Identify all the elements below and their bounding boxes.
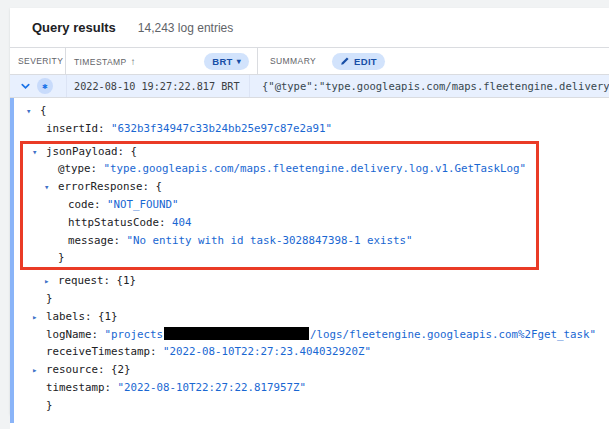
json-line: httpStatusCode: 404 (10, 214, 609, 232)
json-line[interactable]: ▾{ (10, 102, 609, 120)
collapse-triangle-icon[interactable]: ▾ (26, 103, 40, 121)
sort-ascending-icon: ↑ (131, 56, 136, 67)
json-line: } (10, 397, 609, 415)
json-key: resource: (46, 363, 111, 376)
column-summary: SUMMARY EDIT (258, 48, 609, 74)
json-value: { (131, 145, 138, 158)
timestamp-column-label[interactable]: TIMESTAMP↑ (74, 56, 136, 67)
json-value: /logs/fleetengine.googleapis.com%2Fget_t… (310, 328, 596, 341)
json-key: logName: (46, 328, 105, 341)
json-key: insertId: (46, 122, 111, 135)
severity-column-label: SEVERITY (18, 56, 63, 66)
json-value: "2022-08-10T22:27:23.404032920Z" (163, 345, 371, 358)
json-value: {2} (111, 363, 131, 376)
expand-triangle-icon[interactable]: ▸ (32, 362, 46, 380)
json-key: labels: (46, 310, 98, 323)
timezone-chip[interactable]: BRT ▾ (204, 53, 249, 70)
json-line[interactable]: ▸labels: {1} (10, 308, 609, 326)
page-title: Query results (32, 20, 116, 35)
json-key: @type: (58, 162, 104, 175)
json-line: code: "NOT_FOUND" (10, 196, 609, 214)
column-timestamp: TIMESTAMP↑ BRT ▾ (66, 48, 258, 74)
log-entries-count: 14,243 log entries (138, 21, 233, 35)
expanded-log-entry: ▾{insertId: "632b3f34947c33b24bb25e97c87… (10, 98, 609, 429)
pencil-icon (340, 56, 350, 66)
json-line: message: "No entity with id task-3028847… (10, 232, 609, 250)
log-row-summary[interactable]: {"@type":"type.googleapis.com/maps.fleet… (250, 75, 609, 97)
json-key: timestamp: (46, 381, 118, 394)
json-key: jsonPayload: (46, 145, 131, 158)
json-key: request: (58, 274, 117, 287)
collapse-triangle-icon[interactable]: ▾ (32, 144, 46, 162)
json-value: "632b3f34947c33b24bb25e97c87e2a91" (111, 122, 332, 135)
json-line: timestamp: "2022-08-10T22:27:22.817957Z" (10, 379, 609, 397)
json-value: } (58, 251, 65, 264)
json-value: {1} (98, 310, 118, 323)
json-value: "NOT_FOUND" (107, 198, 179, 211)
json-line: } (10, 249, 609, 267)
json-value: } (46, 292, 53, 305)
json-key: code: (68, 198, 107, 211)
json-line[interactable]: ▸resource: {2} (10, 361, 609, 379)
expand-triangle-icon[interactable]: ▸ (32, 309, 46, 327)
json-value: "No entity with id task-3028847398-1 exi… (127, 234, 413, 247)
json-value: } (46, 399, 53, 412)
json-tree: ▾{insertId: "632b3f34947c33b24bb25e97c87… (10, 102, 609, 415)
collapse-chevron-icon[interactable] (19, 80, 32, 93)
log-entry-row[interactable]: ✱ 2022-08-10 19:27:22.817 BRT {"@type":"… (10, 75, 609, 98)
debug-severity-icon: ✱ (37, 78, 53, 94)
json-line: receiveTimestamp: "2022-08-10T22:27:23.4… (10, 343, 609, 361)
chevron-down-icon: ▾ (237, 57, 241, 66)
json-line: } (10, 290, 609, 308)
json-value: {1} (117, 274, 137, 287)
column-header-row: SEVERITY TIMESTAMP↑ BRT ▾ SUMMARY EDIT (10, 48, 609, 75)
json-key: httpStatusCode: (68, 216, 172, 229)
json-value: { (40, 104, 47, 117)
edit-summary-button[interactable]: EDIT (332, 53, 385, 70)
highlight-red-box: ▾jsonPayload: {@type: "type.googleapis.c… (10, 143, 609, 268)
json-key: errorResponse: (58, 180, 156, 193)
json-key: receiveTimestamp: (46, 345, 163, 358)
json-value: "2022-08-10T22:27:22.817957Z" (118, 381, 307, 394)
collapse-triangle-icon[interactable]: ▾ (44, 179, 58, 197)
json-line[interactable]: ▸request: {1} (10, 272, 609, 290)
json-value: "projects (105, 328, 164, 341)
query-results-panel: Query results 14,243 log entries SEVERIT… (10, 8, 609, 414)
summary-column-label: SUMMARY (270, 56, 316, 66)
log-row-severity-cell: ✱ (10, 75, 67, 97)
json-value: { (156, 180, 163, 193)
column-severity: SEVERITY (10, 48, 66, 74)
json-value: "type.googleapis.com/maps.fleetengine.de… (104, 162, 527, 175)
json-line[interactable]: ▾jsonPayload: { (10, 143, 609, 161)
json-value: 404 (172, 216, 192, 229)
json-line[interactable]: ▾errorResponse: { (10, 178, 609, 196)
json-line: insertId: "632b3f34947c33b24bb25e97c87e2… (10, 120, 609, 138)
log-row-timestamp[interactable]: 2022-08-10 19:27:22.817 BRT (67, 75, 250, 97)
json-line: logName: "projects/logs/fleetengine.goog… (10, 326, 609, 344)
expand-triangle-icon[interactable]: ▸ (44, 273, 58, 291)
json-line: @type: "type.googleapis.com/maps.fleeten… (10, 160, 609, 178)
redacted-project-id (164, 327, 309, 340)
query-results-header: Query results 14,243 log entries (10, 8, 609, 48)
json-key: message: (68, 234, 127, 247)
